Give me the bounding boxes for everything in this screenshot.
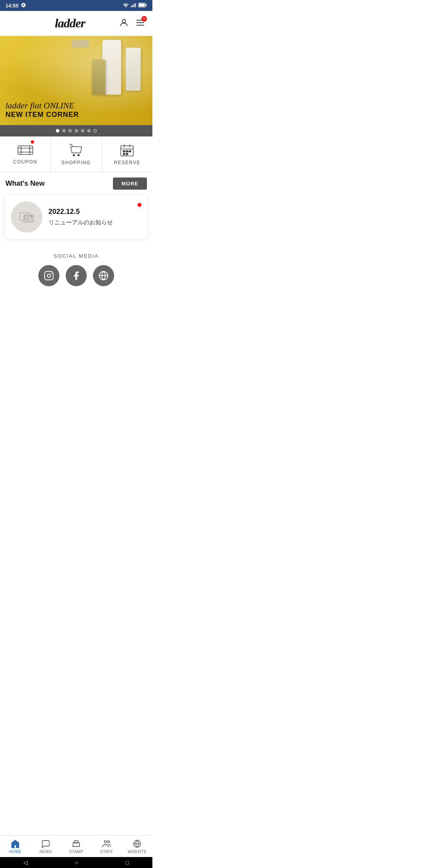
app-logo: ladder <box>55 16 85 30</box>
svg-rect-2 <box>132 5 133 7</box>
hero-banner: ladder flat ONLINE NEW ITEM CORNER <box>0 36 152 125</box>
time-display: 14:55 <box>5 3 18 9</box>
status-icons <box>123 3 147 9</box>
svg-rect-25 <box>129 151 131 152</box>
quick-actions: COUPON SHOPPING RESERVE <box>0 136 152 172</box>
profile-button[interactable] <box>119 18 129 29</box>
website-social-button[interactable] <box>93 265 114 286</box>
svg-rect-4 <box>135 3 136 7</box>
hero-line1: ladder flat ONLINE <box>5 100 79 111</box>
svg-point-17 <box>73 154 75 156</box>
social-media-section: SOCIAL MEDIA <box>0 245 152 294</box>
reserve-button[interactable]: RESERVE <box>102 136 152 172</box>
facebook-button[interactable] <box>66 265 87 286</box>
hero-text: ladder flat ONLINE NEW ITEM CORNER <box>0 94 84 125</box>
slide-dot-2[interactable] <box>62 129 66 133</box>
wifi-icon <box>123 3 129 9</box>
whats-new-title: What's New <box>5 179 45 188</box>
slide-dot-7[interactable] <box>93 129 97 133</box>
slide-dot-5[interactable] <box>81 129 84 133</box>
slide-dot-3[interactable] <box>68 129 72 133</box>
settings-icon <box>21 2 26 9</box>
shopping-label: SHOPPING <box>61 160 91 165</box>
more-button[interactable]: MORE <box>113 178 147 190</box>
hero-line2: NEW ITEM CORNER <box>5 111 79 119</box>
svg-rect-27 <box>126 153 128 155</box>
svg-rect-1 <box>131 5 132 7</box>
slide-dot-4[interactable] <box>75 129 78 133</box>
svg-rect-6 <box>146 4 147 6</box>
social-icons-row <box>5 265 147 286</box>
svg-point-34 <box>51 273 52 274</box>
coupon-label: COUPON <box>13 159 38 165</box>
news-body: リニューアルのお知らせ <box>48 219 131 226</box>
news-content: 2022.12.5 リニューアルのお知らせ <box>48 208 131 226</box>
signal-icon <box>131 3 136 9</box>
news-thumbnail <box>11 201 42 233</box>
slide-dot-1[interactable] <box>56 129 59 133</box>
svg-rect-7 <box>139 4 145 7</box>
svg-rect-26 <box>123 153 125 155</box>
slide-dot-6[interactable] <box>87 129 91 133</box>
svg-point-18 <box>78 154 79 156</box>
shopping-button[interactable]: SHOPPING <box>51 136 102 172</box>
svg-rect-23 <box>123 151 125 152</box>
instagram-button[interactable] <box>38 265 59 286</box>
battery-icon <box>138 3 147 9</box>
header-actions: N <box>119 18 145 29</box>
news-date: 2022.12.5 <box>48 208 131 216</box>
notification-badge: N <box>141 16 147 22</box>
coupon-button[interactable]: COUPON <box>0 136 51 172</box>
svg-rect-24 <box>126 151 128 152</box>
menu-button[interactable]: N <box>135 18 145 29</box>
svg-point-31 <box>30 215 32 217</box>
bottle-decoration-2 <box>126 48 141 91</box>
whats-new-header: What's New MORE <box>0 172 152 195</box>
svg-point-8 <box>122 19 126 23</box>
bottle-decoration-3 <box>92 59 106 95</box>
app-header: ladder N <box>0 11 152 36</box>
coupon-notification-dot <box>31 140 34 143</box>
slide-indicator <box>0 125 152 136</box>
svg-rect-12 <box>18 146 33 154</box>
status-bar: 14:55 <box>0 0 152 11</box>
news-card[interactable]: 2022.12.5 リニューアルのお知らせ <box>5 195 148 239</box>
reserve-label: RESERVE <box>114 160 141 165</box>
news-new-dot <box>138 203 141 207</box>
svg-rect-32 <box>45 271 53 280</box>
svg-point-33 <box>47 274 51 278</box>
social-media-title: SOCIAL MEDIA <box>5 253 147 259</box>
svg-rect-3 <box>134 4 134 7</box>
